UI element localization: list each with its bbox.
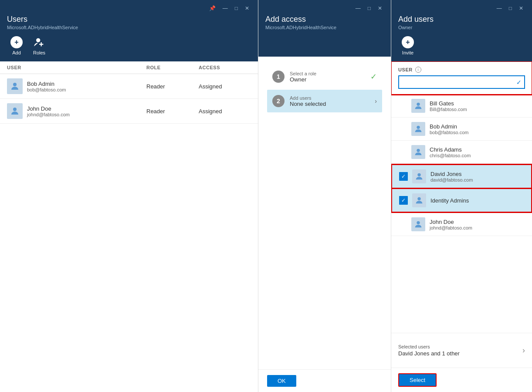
step-1-label: Select a role xyxy=(290,71,365,76)
user-info: John Doe johnd@fabtoso.com xyxy=(430,219,525,230)
user-list: Bill Gates Bill@fabtoso.com Bob Admin bo… xyxy=(391,95,532,333)
col-role: ROLE xyxy=(146,65,199,70)
access-title: Add access xyxy=(265,15,384,24)
check-icon: ✓ xyxy=(399,196,408,205)
step-2-content: Add users None selected xyxy=(290,95,369,107)
user-info: Chris Adams chris@fabtoso.com xyxy=(430,146,525,158)
avatar xyxy=(411,122,425,136)
pin-button[interactable]: 📌 xyxy=(207,4,217,12)
avatar xyxy=(411,145,425,159)
user-info: Bill Gates Bill@fabtoso.com xyxy=(430,100,525,112)
list-item-identity-admins[interactable]: ✓ Identity Admins xyxy=(391,189,532,213)
invite-label: Invite xyxy=(402,50,413,55)
list-item[interactable]: Chris Adams chris@fabtoso.com xyxy=(391,141,532,164)
svg-point-7 xyxy=(417,149,420,152)
svg-point-3 xyxy=(13,83,17,86)
select-button-wrap: Select xyxy=(391,368,532,392)
search-check-icon: ✓ xyxy=(516,79,524,86)
svg-point-5 xyxy=(417,103,420,106)
step-2[interactable]: 2 Add users None selected › xyxy=(267,90,382,112)
add-button[interactable]: + Add xyxy=(7,34,26,57)
minimize-button[interactable]: — xyxy=(354,4,363,12)
table-row[interactable]: John Doe johnd@fabtoso.com Reader Assign… xyxy=(0,99,258,124)
chevron-right-icon: › xyxy=(375,98,377,105)
user-info: Identity Admins xyxy=(430,197,524,204)
invite-icon: + xyxy=(402,36,414,48)
users-title: Users xyxy=(7,15,251,24)
empty-check xyxy=(398,125,407,133)
col-access: ACCESS xyxy=(199,65,251,70)
user-info: David Jones david@fabtoso.com xyxy=(430,171,524,182)
steps-container: 1 Select a role Owner ✓ 2 Add users None… xyxy=(258,57,391,123)
search-input-wrap: ✓ xyxy=(398,75,525,89)
user-name: John Doe xyxy=(430,219,525,225)
users-panel: 📌 — □ ✕ Users Microsoft.ADHybridHealthSe… xyxy=(0,0,258,392)
user-field-label: USER xyxy=(398,67,413,72)
users-subtitle: Microsoft.ADHybridHealthService xyxy=(7,25,251,30)
list-item[interactable]: John Doe johnd@fabtoso.com xyxy=(391,213,532,236)
ok-button[interactable]: OK xyxy=(267,375,296,387)
check-icon: ✓ xyxy=(399,172,408,181)
avatar xyxy=(412,193,426,207)
invite-button[interactable]: + Invite xyxy=(398,34,417,57)
add-label: Add xyxy=(12,50,21,55)
user-search-section: USER i ✓ xyxy=(391,61,532,95)
search-input[interactable] xyxy=(399,76,516,88)
access-panel: — □ ✕ Add access Microsoft.ADHybridHealt… xyxy=(258,0,391,392)
user-email: johnd@fabtoso.com xyxy=(430,225,525,230)
access-footer: OK xyxy=(258,369,391,392)
access-window-controls: — □ ✕ xyxy=(354,4,384,12)
minimize-button[interactable]: — xyxy=(221,4,230,12)
table-row[interactable]: Bob Admin bob@fabtoso.com Reader Assigne… xyxy=(0,74,258,99)
avatar xyxy=(7,78,23,94)
svg-point-6 xyxy=(417,126,420,129)
user-access: Assigned xyxy=(199,83,251,90)
user-name: David Jones xyxy=(430,171,524,177)
roles-icon xyxy=(33,36,45,48)
info-icon[interactable]: i xyxy=(415,67,421,73)
list-item[interactable]: Bob Admin bob@fabtoso.com xyxy=(391,118,532,141)
maximize-button[interactable]: □ xyxy=(366,4,373,12)
avatar xyxy=(411,217,425,231)
add-users-subtitle: Owner xyxy=(398,25,525,30)
selected-footer: Selected users David Jones and 1 other › xyxy=(391,333,532,368)
maximize-button[interactable]: □ xyxy=(507,4,514,12)
minimize-button[interactable]: — xyxy=(495,4,504,12)
step-1[interactable]: 1 Select a role Owner ✓ xyxy=(267,65,382,88)
list-item[interactable]: Bill Gates Bill@fabtoso.com xyxy=(391,95,532,118)
close-button[interactable]: ✕ xyxy=(376,4,384,12)
select-button[interactable]: Select xyxy=(398,373,437,387)
avatar xyxy=(412,169,426,183)
roles-button[interactable]: Roles xyxy=(30,34,49,57)
close-button[interactable]: ✕ xyxy=(243,4,251,12)
user-role: Reader xyxy=(146,108,199,115)
user-name: Bob Admin xyxy=(27,81,66,87)
empty-check xyxy=(398,220,407,229)
user-name: John Doe xyxy=(27,105,70,112)
user-name: Identity Admins xyxy=(430,197,524,204)
svg-point-10 xyxy=(417,221,420,224)
step-1-content: Select a role Owner xyxy=(290,71,365,83)
user-info: John Doe johnd@fabtoso.com xyxy=(7,103,146,119)
step-1-value: Owner xyxy=(290,76,365,83)
access-subtitle: Microsoft.ADHybridHealthService xyxy=(265,25,384,30)
list-item-david[interactable]: ✓ David Jones david@fabtoso.com xyxy=(391,164,532,189)
roles-label: Roles xyxy=(33,50,45,55)
user-email: chris@fabtoso.com xyxy=(430,153,525,158)
svg-point-8 xyxy=(417,173,420,176)
close-button[interactable]: ✕ xyxy=(517,4,525,12)
user-info: Bob Admin bob@fabtoso.com xyxy=(7,78,146,94)
users-table-body: Bob Admin bob@fabtoso.com Reader Assigne… xyxy=(0,74,258,392)
svg-point-4 xyxy=(13,108,17,111)
selected-value: David Jones and 1 other xyxy=(398,350,460,357)
user-email: johnd@fabtoso.com xyxy=(27,112,70,117)
avatar xyxy=(7,103,23,119)
avatar xyxy=(411,99,425,113)
add-users-title: Add users xyxy=(398,15,525,24)
maximize-button[interactable]: □ xyxy=(233,4,240,12)
table-header: USER ROLE ACCESS xyxy=(0,61,258,74)
check-icon: ✓ xyxy=(370,72,377,81)
svg-point-9 xyxy=(417,197,420,200)
empty-check xyxy=(398,101,407,110)
add-users-window-controls: — □ ✕ xyxy=(495,4,525,12)
